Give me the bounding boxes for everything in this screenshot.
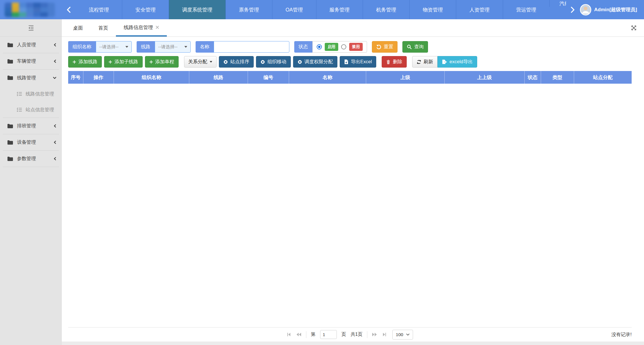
plus-icon [72, 60, 76, 64]
nav-item-crew[interactable]: 机务管理 [363, 0, 409, 19]
sidebar-collapse-button[interactable] [0, 19, 62, 37]
toolbar: 添加线路 添加子线路 添加单程 关系分配 站点排序 组织移动 [68, 56, 632, 68]
plus-icon [149, 60, 153, 64]
app-logo [0, 0, 62, 19]
page-number-input[interactable] [320, 330, 337, 339]
avatar[interactable] [580, 4, 591, 16]
name-filter-label: 名称 [196, 41, 214, 53]
caret-down-icon [210, 61, 212, 63]
reset-button[interactable]: 重置 [372, 41, 398, 53]
chevron-left-icon [53, 43, 57, 47]
col-station-assign[interactable]: 站点分配 [574, 71, 632, 84]
col-grandparent[interactable]: 上上级 [445, 71, 525, 84]
status-disabled-badge[interactable]: 禁用 [349, 43, 363, 51]
tab-home[interactable]: 首页 [91, 19, 116, 37]
refresh-button[interactable]: 刷新 [412, 56, 437, 68]
status-filter-label: 状态 [294, 41, 312, 53]
sidebar-item-route[interactable]: 线路管理 [3, 70, 59, 86]
add-single-trip-button[interactable]: 添加单程 [145, 56, 179, 68]
col-code[interactable]: 编号 [248, 71, 289, 84]
status-enabled-radio[interactable] [317, 44, 322, 49]
page-size-select[interactable]: 100 [392, 330, 413, 340]
nav-item-process[interactable]: 流程管理 [76, 0, 122, 19]
fullscreen-icon[interactable] [631, 25, 637, 31]
main-panel: 组织名称 --请选择-- 线路 --请选择-- 名称 状态 [62, 37, 644, 342]
org-name-filter-label: 组织名称 [68, 41, 96, 53]
list-check-icon [17, 108, 22, 112]
file-arrow-right-icon [442, 59, 447, 64]
nav-item-safety[interactable]: 安全管理 [122, 0, 169, 19]
line-select[interactable]: --请选择-- [155, 41, 191, 53]
chevron-down-icon [53, 76, 57, 79]
close-icon[interactable] [156, 26, 159, 29]
excel-export-button[interactable]: exceld导出 [437, 56, 477, 68]
chevron-left-icon [53, 59, 57, 63]
nav-scroll-right-button[interactable] [568, 7, 577, 13]
nav-item-operations[interactable]: 营运管理 [503, 0, 549, 19]
file-export-icon [344, 59, 349, 64]
nav-item-service[interactable]: 服务管理 [316, 0, 363, 19]
filter-row: 组织名称 --请选择-- 线路 --请选择-- 名称 状态 [68, 41, 632, 53]
dispatch-permission-button[interactable]: 调度权限分配 [293, 56, 337, 68]
sidebar-subitem-station-info[interactable]: 站点信息管理 [0, 102, 62, 118]
caret-down-icon [125, 46, 128, 48]
col-type[interactable]: 类型 [541, 71, 574, 84]
status-disabled-radio[interactable] [341, 44, 346, 49]
org-name-select[interactable]: --请选择-- [96, 41, 132, 53]
export-excel-button[interactable]: 导出Excel [340, 56, 376, 68]
sidebar-item-vehicle[interactable]: 车辆管理 [3, 53, 59, 70]
nav-item-materials[interactable]: 物资管理 [409, 0, 456, 19]
tabbar: 桌面 首页 线路信息管理 [62, 19, 644, 37]
folder-icon [7, 76, 13, 80]
nav-item-hr[interactable]: 人资管理 [456, 0, 502, 19]
col-index[interactable]: 序号 [68, 71, 83, 84]
delete-button[interactable]: 删除 [382, 56, 407, 68]
total-pages-label: 共1页 [351, 331, 362, 338]
first-page-icon[interactable] [287, 332, 292, 337]
tab-route-info[interactable]: 线路信息管理 [116, 19, 167, 37]
sidebar-item-label: 人员管理 [17, 42, 49, 48]
sidebar: 人员管理 车辆管理 线路管理 线路信息管理 站点信息管理 排班管理 设备管理 参… [0, 19, 62, 345]
search-icon [407, 44, 412, 49]
sidebar-item-label: 设备管理 [17, 139, 49, 145]
nav-scroll-left-button[interactable] [62, 0, 76, 19]
add-line-button[interactable]: 添加线路 [68, 56, 102, 68]
last-page-icon[interactable] [382, 332, 387, 337]
content-area: 桌面 首页 线路信息管理 组织名称 --请选择-- 线路 [62, 19, 644, 345]
add-subline-button[interactable]: 添加子线路 [104, 56, 143, 68]
org-move-button[interactable]: 组织移动 [256, 56, 291, 68]
sidebar-item-equipment[interactable]: 设备管理 [3, 134, 59, 151]
search-button[interactable]: 查询 [402, 41, 428, 53]
name-input[interactable] [214, 41, 289, 53]
chevron-left-icon [53, 124, 57, 128]
status-enabled-badge[interactable]: 启用 [325, 43, 338, 51]
nav-item-ticketing[interactable]: 票务管理 [226, 0, 272, 19]
navbar-user-area: Admin[超级管理员] [566, 0, 644, 19]
col-status[interactable]: 状态 [525, 71, 541, 84]
tab-desktop[interactable]: 桌面 [65, 19, 91, 37]
current-user-label[interactable]: Admin[超级管理员] [594, 6, 637, 13]
nav-item-repair[interactable]: 汽修管理 [549, 0, 566, 7]
folder-icon [7, 43, 13, 47]
col-name[interactable]: 名称 [289, 71, 366, 84]
sidebar-item-personnel[interactable]: 人员管理 [3, 37, 59, 53]
nav-item-oa[interactable]: OA管理 [272, 0, 316, 19]
sidebar-item-parameters[interactable]: 参数管理 [3, 151, 59, 167]
col-parent[interactable]: 上级 [366, 71, 444, 84]
nav-item-dispatch-system[interactable]: 调度系统管理 [169, 0, 226, 19]
station-sort-button[interactable]: 站点排序 [219, 56, 254, 68]
sidebar-subitem-label: 线路信息管理 [26, 91, 54, 97]
sidebar-item-scheduling[interactable]: 排班管理 [3, 118, 59, 134]
folder-icon [7, 157, 13, 161]
col-org-name[interactable]: 组织名称 [114, 71, 190, 84]
sidebar-subitem-label: 站点信息管理 [26, 107, 54, 113]
prev-page-icon[interactable] [296, 332, 301, 337]
chevron-left-icon [53, 157, 57, 161]
col-line[interactable]: 线路 [189, 71, 248, 84]
refresh-icon [416, 60, 421, 64]
sidebar-subitem-route-info[interactable]: 线路信息管理 [0, 86, 62, 102]
pagination-bar: 第 页 共1页 100 没有记录! [68, 327, 632, 342]
next-page-icon[interactable] [372, 332, 377, 337]
col-actions[interactable]: 操作 [83, 71, 114, 84]
relation-assign-button[interactable]: 关系分配 [184, 56, 217, 68]
